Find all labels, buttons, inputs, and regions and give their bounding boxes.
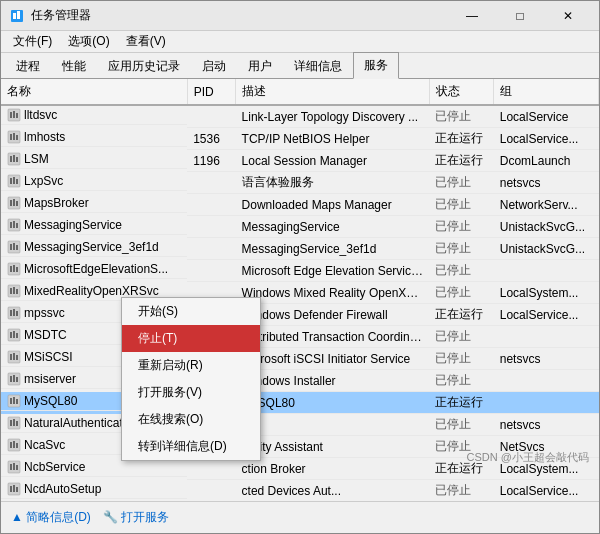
table-row[interactable]: MicrosoftEdgeElevationS...Microsoft Edge…	[1, 260, 599, 282]
service-desc: Windows Installer	[236, 370, 430, 392]
title-text: 任务管理器	[31, 7, 449, 24]
col-header-pid[interactable]: PID	[187, 79, 235, 105]
service-group: UnistackSvcG...	[494, 216, 599, 238]
table-row[interactable]: MSiSCSIMicrosoft iSCSI Initiator Service…	[1, 348, 599, 370]
table-row[interactable]: lmhosts1536TCP/IP NetBIOS Helper正在运行Loca…	[1, 128, 599, 150]
service-pid	[187, 216, 235, 238]
service-desc: ction Broker	[236, 458, 430, 480]
service-group	[494, 392, 599, 414]
service-status: 已停止	[429, 172, 494, 194]
services-table-scroll[interactable]: 名称 PID 描述 状态 组 lltdsvcLink-Layer Topolog…	[1, 79, 599, 501]
svg-rect-49	[13, 353, 15, 360]
table-row[interactable]: NcdAutoSetupcted Devices Aut...已停止LocalS…	[1, 480, 599, 502]
summary-toggle[interactable]: ▲ 简略信息(D)	[11, 509, 91, 526]
service-status: 已停止	[429, 370, 494, 392]
service-status: 已停止	[429, 414, 494, 436]
tab-startup[interactable]: 启动	[191, 53, 237, 79]
ctx-goto-details[interactable]: 转到详细信息(D)	[122, 433, 260, 460]
col-header-status[interactable]: 状态	[429, 79, 494, 105]
service-pid	[187, 105, 235, 128]
table-row[interactable]: MessagingService_3ef1dMessagingService_3…	[1, 238, 599, 260]
table-row[interactable]: mpssvc4660Windows Defender Firewall正在运行L…	[1, 304, 599, 326]
svg-rect-37	[13, 287, 15, 294]
svg-rect-45	[13, 331, 15, 338]
tab-services[interactable]: 服务	[353, 52, 399, 79]
svg-rect-5	[13, 111, 15, 118]
svg-rect-24	[10, 222, 12, 228]
tab-app-history[interactable]: 应用历史记录	[97, 53, 191, 79]
maximize-button[interactable]: □	[497, 2, 543, 30]
svg-rect-72	[10, 486, 12, 492]
close-button[interactable]: ✕	[545, 2, 591, 30]
ctx-restart[interactable]: 重新启动(R)	[122, 352, 260, 379]
minimize-button[interactable]: —	[449, 2, 495, 30]
svg-rect-65	[13, 441, 15, 448]
service-group: netsvcs	[494, 414, 599, 436]
service-status: 已停止	[429, 238, 494, 260]
service-status: 已停止	[429, 194, 494, 216]
service-desc: Windows Mixed Reality OpenXR ...	[236, 282, 430, 304]
svg-rect-32	[10, 266, 12, 272]
menu-options[interactable]: 选项(O)	[60, 31, 117, 52]
service-group: LocalService...	[494, 480, 599, 502]
menu-view[interactable]: 查看(V)	[118, 31, 174, 52]
service-group	[494, 326, 599, 348]
service-desc: MySQL80	[236, 392, 430, 414]
col-header-group[interactable]: 组	[494, 79, 599, 105]
svg-rect-62	[16, 421, 18, 426]
service-name: lltdsvc	[1, 106, 187, 125]
table-row[interactable]: MessagingServiceMessagingService已停止Unist…	[1, 216, 599, 238]
svg-rect-70	[16, 465, 18, 470]
table-row[interactable]: LSM1196Local Session Manager正在运行DcomLaun…	[1, 150, 599, 172]
service-group: NetworkServ...	[494, 194, 599, 216]
service-group: LocalSystem...	[494, 282, 599, 304]
table-row[interactable]: lltdsvcLink-Layer Topology Discovery ...…	[1, 105, 599, 128]
service-status: 正在运行	[429, 150, 494, 172]
tab-details[interactable]: 详细信息	[283, 53, 353, 79]
svg-rect-10	[16, 135, 18, 140]
table-row[interactable]: LxpSvc语言体验服务已停止netsvcs	[1, 172, 599, 194]
svg-rect-18	[16, 179, 18, 184]
service-pid	[187, 480, 235, 502]
table-row[interactable]: NaturalAuthentication...已停止netsvcs	[1, 414, 599, 436]
service-pid	[187, 172, 235, 194]
ctx-open-service[interactable]: 打开服务(V)	[122, 379, 260, 406]
col-header-name[interactable]: 名称	[1, 79, 187, 105]
tab-performance[interactable]: 性能	[51, 53, 97, 79]
svg-rect-26	[16, 223, 18, 228]
service-status: 正在运行	[429, 304, 494, 326]
svg-rect-21	[13, 199, 15, 206]
service-group	[494, 260, 599, 282]
menu-bar: 文件(F) 选项(O) 查看(V)	[1, 31, 599, 53]
ctx-start[interactable]: 开始(S)	[122, 298, 260, 325]
service-name: MessagingService	[1, 216, 187, 235]
table-row[interactable]: MSDTCDistributed Transaction Coordina...…	[1, 326, 599, 348]
table-row[interactable]: MySQL809828MySQL80正在运行	[1, 392, 599, 414]
service-status: 已停止	[429, 348, 494, 370]
table-row[interactable]: MapsBrokerDownloaded Maps Manager已停止Netw…	[1, 194, 599, 216]
svg-rect-4	[10, 112, 12, 118]
service-desc: ctivity Assistant	[236, 436, 430, 458]
col-header-desc[interactable]: 描述	[236, 79, 430, 105]
svg-rect-52	[10, 376, 12, 382]
svg-rect-48	[10, 354, 12, 360]
service-name: LxpSvc	[1, 172, 187, 191]
svg-rect-12	[10, 156, 12, 162]
service-status: 已停止	[429, 260, 494, 282]
tab-users[interactable]: 用户	[237, 53, 283, 79]
ctx-stop[interactable]: 停止(T)	[122, 325, 260, 352]
menu-file[interactable]: 文件(F)	[5, 31, 60, 52]
service-group: DcomLaunch	[494, 150, 599, 172]
table-row[interactable]: msiserverWindows Installer已停止	[1, 370, 599, 392]
svg-rect-14	[16, 157, 18, 162]
svg-rect-36	[10, 288, 12, 294]
svg-rect-60	[10, 420, 12, 426]
ctx-search-online[interactable]: 在线搜索(O)	[122, 406, 260, 433]
service-desc: cted Devices Aut...	[236, 480, 430, 502]
service-name: MicrosoftEdgeElevationS...	[1, 260, 187, 279]
table-row[interactable]: MixedRealityOpenXRSvcWindows Mixed Reali…	[1, 282, 599, 304]
tab-processes[interactable]: 进程	[5, 53, 51, 79]
svg-rect-64	[10, 442, 12, 448]
svg-rect-13	[13, 155, 15, 162]
open-services-link[interactable]: 🔧 打开服务	[103, 509, 169, 526]
